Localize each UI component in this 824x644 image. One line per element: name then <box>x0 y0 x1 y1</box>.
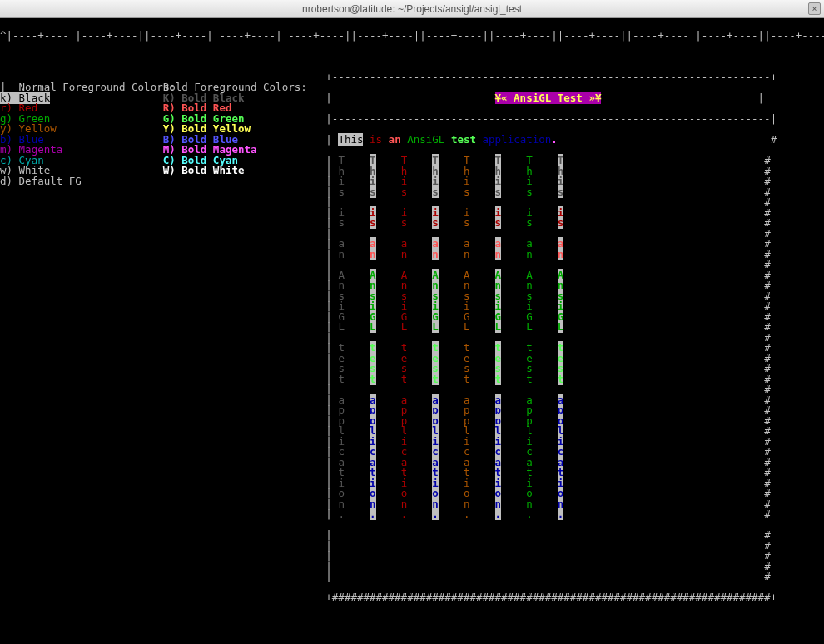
normal-color-d: d) Default FG <box>0 176 163 187</box>
bold-color-W: W) Bold White <box>163 166 326 176</box>
window-title: nrobertson@latitude: ~/Projects/ansigl/a… <box>302 4 522 14</box>
sentence-word-1: is <box>370 133 382 146</box>
titlebar: nrobertson@latitude: ~/Projects/ansigl/a… <box>0 0 824 18</box>
test-window-title: ¥« AnsiGL Test »¥ <box>495 92 602 104</box>
sentence-row: | This is an AnsiGL test application.# <box>325 135 777 146</box>
sentence-word-6: . <box>551 133 558 146</box>
box-top: +---------------------------------------… <box>325 72 777 83</box>
sentence-word-3: AnsiGL <box>407 133 444 146</box>
box-title-row: |¥« AnsiGL Test »¥| <box>325 93 777 104</box>
box-sep: |---------------------------------------… <box>325 114 777 125</box>
sentence-word-0: This <box>338 133 363 146</box>
box-bottom: +#######################################… <box>325 592 777 603</box>
terminal[interactable]: ^|----+----||----+----||----+----||----+… <box>0 18 824 644</box>
sentence-word-4: test <box>451 133 476 146</box>
ansigl-test-window: +---------------------------------------… <box>325 62 777 624</box>
vgrid-row: | . . . . . . . . # <box>325 509 777 520</box>
close-icon[interactable]: × <box>808 2 821 15</box>
color-key-panel: | Normal Foreground Colors: k) Blackr) R… <box>0 52 325 624</box>
ruler-line: ^|----+----||----+----||----+----||----+… <box>0 31 824 42</box>
sentence-word-2: an <box>389 133 401 146</box>
box-fill-row: | # <box>325 572 777 582</box>
sentence-word-5: application <box>483 133 552 146</box>
box-fill: | #| #| <box>325 530 777 582</box>
